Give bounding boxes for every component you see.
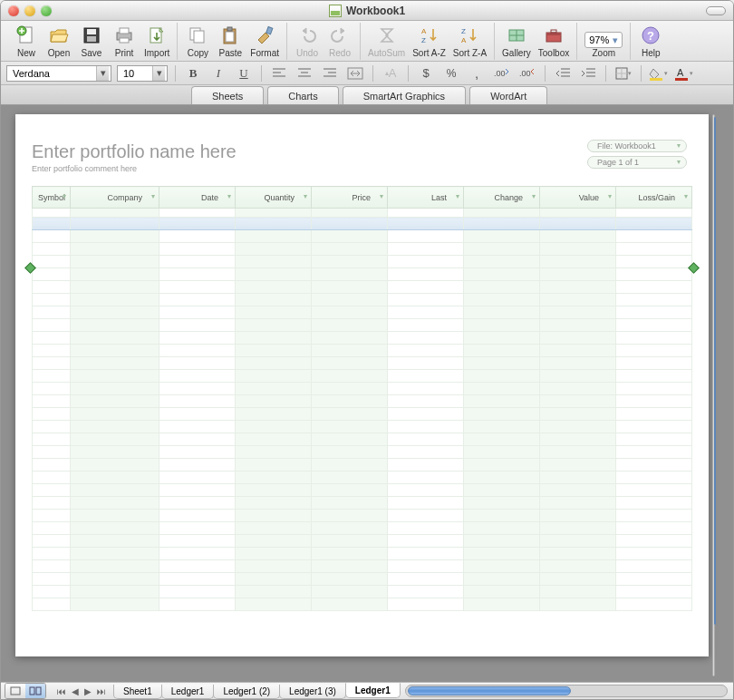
view-toggle[interactable] <box>5 683 46 699</box>
redo-button[interactable]: Redo <box>324 23 356 60</box>
last-sheet-button[interactable]: ⏭ <box>95 686 108 696</box>
col-company[interactable]: Company▾ <box>71 187 159 209</box>
merge-cells-button[interactable] <box>345 64 365 83</box>
dropdown-icon[interactable]: ▾ <box>380 192 383 200</box>
dropdown-icon[interactable]: ▾ <box>608 192 612 200</box>
table-row[interactable] <box>33 319 692 332</box>
zoom-control[interactable]: 97% ▾ Zoom <box>581 23 626 60</box>
col-last[interactable]: Last▾ <box>388 187 464 209</box>
toolbox-button[interactable]: Toolbox <box>535 23 573 60</box>
italic-button[interactable]: I <box>208 64 228 83</box>
zoom-field[interactable]: 97% ▾ <box>584 32 623 48</box>
dropdown-icon[interactable]: ▾ <box>151 192 155 200</box>
page-layout-view-button[interactable] <box>25 684 45 698</box>
table-row[interactable] <box>33 421 692 433</box>
dropdown-icon[interactable]: ▾ <box>63 192 66 200</box>
table-row[interactable] <box>33 497 692 510</box>
paste-button[interactable]: Paste <box>214 23 246 60</box>
dropdown-icon[interactable]: ▾ <box>532 192 536 200</box>
dropdown-icon[interactable]: ▾ <box>684 192 688 200</box>
align-right-button[interactable] <box>320 64 340 83</box>
sheet-tab[interactable]: Ledger1 (3) <box>279 685 346 699</box>
table-row[interactable] <box>33 484 692 497</box>
dropdown-icon[interactable]: ▾ <box>304 192 307 200</box>
font-name-combo[interactable]: Verdana ▾ <box>6 65 111 82</box>
table-row[interactable] <box>33 535 692 548</box>
copy-button[interactable]: Copy <box>181 23 214 60</box>
increase-indent-button[interactable] <box>578 64 598 83</box>
currency-button[interactable]: $ <box>416 64 436 83</box>
sheet-tab[interactable]: Ledger1 (2) <box>213 685 280 699</box>
table-row[interactable] <box>33 345 692 357</box>
page-chip[interactable]: Page 1 of 1 <box>587 156 687 169</box>
col-symbol[interactable]: Symbol▾ <box>33 187 71 209</box>
align-left-button[interactable] <box>269 64 289 83</box>
percent-button[interactable]: % <box>441 64 461 83</box>
table-row[interactable] <box>33 209 692 218</box>
table-row[interactable] <box>33 268 692 281</box>
open-button[interactable]: Open <box>43 23 75 60</box>
normal-view-button[interactable] <box>5 684 25 698</box>
save-button[interactable]: Save <box>75 23 108 60</box>
print-button[interactable]: Print <box>108 23 140 60</box>
vertical-scrollbar[interactable] <box>712 114 715 676</box>
table-row[interactable] <box>33 510 692 522</box>
table-row[interactable] <box>33 294 692 306</box>
autosum-button[interactable]: AutoSum <box>364 23 409 60</box>
table-row[interactable] <box>33 522 692 535</box>
sort-za-button[interactable]: ZA Sort Z-A <box>449 23 490 60</box>
vertical-scroll-thumb[interactable] <box>714 117 716 625</box>
sort-az-button[interactable]: AZ Sort A-Z <box>409 23 449 60</box>
table-row[interactable] <box>33 395 692 408</box>
import-button[interactable]: Import <box>140 23 173 60</box>
table-row[interactable] <box>33 218 692 230</box>
table-row[interactable] <box>33 332 692 345</box>
col-lossgain[interactable]: Loss/Gain▾ <box>616 187 692 209</box>
increase-decimal-button[interactable]: .00 <box>492 64 512 83</box>
table-row[interactable] <box>33 472 692 484</box>
underline-button[interactable]: U <box>234 64 254 83</box>
new-button[interactable]: New <box>10 23 43 60</box>
table-row[interactable] <box>33 598 692 611</box>
table-row[interactable] <box>33 446 692 459</box>
table-row[interactable] <box>33 573 692 586</box>
table-row[interactable] <box>33 306 692 319</box>
ledger-table[interactable]: Symbol▾ Company▾ Date▾ Quantity▾ Price▾ … <box>32 186 692 611</box>
tab-smartart[interactable]: SmartArt Graphics <box>343 86 466 104</box>
table-row[interactable] <box>33 370 692 383</box>
table-row[interactable] <box>33 256 692 268</box>
prev-sheet-button[interactable]: ◀ <box>70 686 81 696</box>
page[interactable]: Enter portfolio name here Enter portfoli… <box>15 114 709 656</box>
decrease-decimal-button[interactable]: .00 <box>517 64 537 83</box>
sheet-tab[interactable]: Ledger1 <box>161 685 215 699</box>
next-sheet-button[interactable]: ▶ <box>82 686 93 696</box>
font-color-button[interactable]: A▾ <box>674 64 694 83</box>
col-value[interactable]: Value▾ <box>540 187 616 209</box>
decrease-indent-button[interactable] <box>553 64 573 83</box>
table-row[interactable] <box>33 560 692 573</box>
horizontal-scrollbar[interactable] <box>405 685 728 697</box>
table-row[interactable] <box>33 586 692 598</box>
borders-button[interactable]: ▾ <box>613 64 633 83</box>
table-row[interactable] <box>33 433 692 446</box>
help-button[interactable]: ? Help <box>634 23 667 60</box>
fill-color-button[interactable]: ▾ <box>649 64 669 83</box>
bold-button[interactable]: B <box>183 64 203 83</box>
dropdown-icon[interactable]: ▾ <box>227 192 231 200</box>
table-row[interactable] <box>33 408 692 421</box>
tab-charts[interactable]: Charts <box>267 86 338 104</box>
sheet-tab[interactable]: Sheet1 <box>113 685 162 699</box>
col-price[interactable]: Price▾ <box>312 187 388 209</box>
comma-button[interactable]: , <box>467 64 487 83</box>
undo-button[interactable]: Undo <box>291 23 324 60</box>
table-row[interactable] <box>33 548 692 560</box>
format-button[interactable]: Format <box>246 23 283 60</box>
sheet-tab-active[interactable]: Ledger1 <box>345 683 401 698</box>
col-quantity[interactable]: Quantity▾ <box>236 187 312 209</box>
tab-sheets[interactable]: Sheets <box>191 86 264 104</box>
first-sheet-button[interactable]: ⏮ <box>55 686 68 696</box>
table-row[interactable] <box>33 357 692 370</box>
col-change[interactable]: Change▾ <box>464 187 540 209</box>
font-grow-button[interactable]: ▴A <box>381 64 401 83</box>
table-row[interactable] <box>33 281 692 294</box>
